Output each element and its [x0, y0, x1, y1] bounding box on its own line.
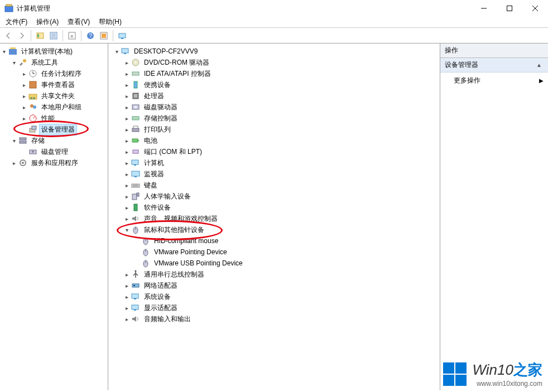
- maximize-button[interactable]: [497, 0, 522, 17]
- device-node-system-devices[interactable]: ▸ 系统设备: [108, 291, 440, 302]
- services-icon: [18, 158, 27, 167]
- back-button[interactable]: [2, 30, 15, 42]
- actions-section[interactable]: 设备管理器 ▲: [440, 58, 548, 72]
- device-node-portable[interactable]: ▸ 便携设备: [108, 79, 440, 90]
- menu-view[interactable]: 查看(V): [64, 16, 93, 28]
- device-node-network-adapters[interactable]: ▸ 网络适配器: [108, 280, 440, 291]
- tree-node-services-apps[interactable]: ▸ 服务和应用程序: [0, 157, 108, 168]
- battery-icon: [131, 136, 140, 145]
- device-node-disk-drives[interactable]: ▸ 磁盘驱动器: [108, 101, 440, 113]
- forward-button[interactable]: [16, 30, 28, 42]
- tree-node-event-viewer[interactable]: ▸ 事件查看器: [0, 79, 108, 90]
- device-node-mice-other[interactable]: ▾ 鼠标和其他指针设备: [108, 224, 440, 235]
- windows-logo-icon: [443, 362, 467, 386]
- device-label: 计算机: [142, 158, 166, 168]
- minimize-button[interactable]: [471, 0, 497, 17]
- device-node-software-devices[interactable]: ▸ 软件设备: [108, 202, 440, 213]
- device-node-ide[interactable]: ▸ IDE ATA/ATAPI 控制器: [108, 68, 440, 79]
- toolbar-separator: [31, 30, 31, 41]
- svg-rect-46: [132, 72, 139, 75]
- system-device-icon: [131, 292, 140, 301]
- tree-label: 性能: [40, 113, 56, 124]
- svg-rect-58: [132, 160, 138, 164]
- tree-node-shared-folders[interactable]: ▸ 共享文件夹: [0, 90, 108, 101]
- port-icon: [131, 147, 140, 156]
- device-label: DESKTOP-CF2VVV9: [132, 47, 199, 56]
- toolbar-separator: [63, 30, 63, 41]
- device-node-processors[interactable]: ▸ 处理器: [108, 90, 440, 101]
- device-node-computer[interactable]: ▾ DESKTOP-CF2VVV9: [108, 46, 440, 57]
- svg-text:≡: ≡: [70, 33, 73, 39]
- menu-action[interactable]: 操作(A): [33, 16, 62, 28]
- tree-node-disk-management[interactable]: ▸ 磁盘管理: [0, 146, 108, 157]
- toolbar-separator: [81, 30, 81, 41]
- device-node-display-adapters[interactable]: ▸ 显示适配器: [108, 302, 440, 313]
- help-button[interactable]: ?: [84, 30, 97, 42]
- device-node-usb-controllers[interactable]: ▸ 通用串行总线控制器: [108, 269, 440, 280]
- monitor-icon: [131, 170, 140, 178]
- tree-label: 服务和应用程序: [30, 158, 80, 168]
- svg-rect-61: [134, 176, 137, 177]
- refresh-button[interactable]: ≡: [66, 30, 78, 42]
- device-label: 系统设备: [142, 292, 172, 302]
- device-node-mouse-item[interactable]: ▸ HID-compliant mouse: [108, 235, 440, 246]
- tree-node-local-users-groups[interactable]: ▸ 本地用户和组: [0, 101, 108, 113]
- close-button[interactable]: [522, 0, 548, 17]
- svg-rect-82: [134, 309, 136, 311]
- device-node-computers[interactable]: ▸ 计算机: [108, 157, 440, 168]
- device-node-mouse-item[interactable]: ▸ VMware Pointing Device: [108, 246, 440, 258]
- storage-controller-icon: [131, 114, 140, 123]
- svg-rect-18: [119, 33, 126, 38]
- tree-node-performance[interactable]: ▸ 性能: [0, 113, 108, 124]
- main-content: ▾ 计算机管理(本地) ▾ 系统工具 ▸ 任务计划程序 ▸ 事件查看器 ▸ 共享…: [0, 43, 548, 390]
- device-node-storage-controllers[interactable]: ▸ 存储控制器: [108, 113, 440, 124]
- tree-node-device-manager[interactable]: ▸ 设备管理器: [0, 124, 108, 135]
- device-node-keyboards[interactable]: ▸ 键盘: [108, 180, 440, 191]
- tree-label: 本地用户和组: [40, 102, 83, 113]
- toolbar-button[interactable]: [98, 30, 110, 42]
- device-label: 音频输入和输出: [142, 314, 193, 325]
- svg-rect-52: [132, 117, 139, 120]
- tree-label: 磁盘管理: [40, 147, 70, 157]
- show-hide-tree-button[interactable]: [34, 30, 46, 42]
- software-device-icon: [131, 203, 140, 212]
- menu-help[interactable]: 帮助(H): [95, 16, 125, 28]
- svg-rect-53: [132, 128, 139, 132]
- actions-item-more[interactable]: 更多操作 ▶: [440, 72, 548, 89]
- device-node-batteries[interactable]: ▸ 电池: [108, 135, 440, 146]
- left-tree-panel[interactable]: ▾ 计算机管理(本地) ▾ 系统工具 ▸ 任务计划程序 ▸ 事件查看器 ▸ 共享…: [0, 43, 108, 390]
- tree-node-root[interactable]: ▾ 计算机管理(本地): [0, 46, 108, 57]
- menu-file[interactable]: 文件(F): [2, 16, 31, 28]
- device-node-ports[interactable]: ▸ 端口 (COM 和 LPT): [108, 146, 440, 157]
- svg-rect-77: [132, 284, 139, 287]
- monitor-button[interactable]: [116, 30, 128, 42]
- device-label: 软件设备: [142, 202, 172, 213]
- device-node-dvdcdrom[interactable]: ▸ DVD/CD-ROM 驱动器: [108, 57, 440, 68]
- device-node-monitors[interactable]: ▸ 监视器: [108, 168, 440, 180]
- menubar: 文件(F) 操作(A) 查看(V) 帮助(H): [0, 17, 548, 28]
- display-adapter-icon: [131, 303, 140, 312]
- svg-rect-19: [121, 38, 123, 39]
- cpu-icon: [131, 91, 140, 100]
- tree-label: 系统工具: [30, 57, 60, 68]
- svg-point-39: [32, 151, 34, 153]
- toolbar: ≡ ?: [0, 28, 548, 43]
- desktop-icon: [121, 47, 130, 56]
- device-label: DVD/CD-ROM 驱动器: [142, 57, 211, 68]
- device-node-sound-video-game[interactable]: ▸ 声音、视频和游戏控制器: [108, 213, 440, 224]
- device-node-mouse-item[interactable]: ▸ VMware USB Pointing Device: [108, 258, 440, 269]
- ide-icon: [131, 69, 140, 78]
- tree-node-system-tools[interactable]: ▾ 系统工具: [0, 57, 108, 68]
- svg-rect-37: [20, 141, 26, 143]
- device-node-hid[interactable]: ▸ 人体学输入设备: [108, 191, 440, 202]
- tree-node-storage[interactable]: ▾ 存储: [0, 135, 108, 146]
- device-node-audio-io[interactable]: ▸ 音频输入和输出: [108, 313, 440, 325]
- tree-node-task-scheduler[interactable]: ▸ 任务计划程序: [0, 68, 108, 79]
- properties-button[interactable]: [47, 30, 60, 42]
- device-tree-panel[interactable]: ▾ DESKTOP-CF2VVV9 ▸ DVD/CD-ROM 驱动器 ▸ IDE…: [108, 43, 440, 390]
- device-node-print-queues[interactable]: ▸ 打印队列: [108, 124, 440, 135]
- window-controls: [471, 0, 548, 17]
- storage-icon: [18, 136, 27, 145]
- svg-rect-0: [5, 6, 13, 12]
- device-label: 监视器: [142, 169, 166, 180]
